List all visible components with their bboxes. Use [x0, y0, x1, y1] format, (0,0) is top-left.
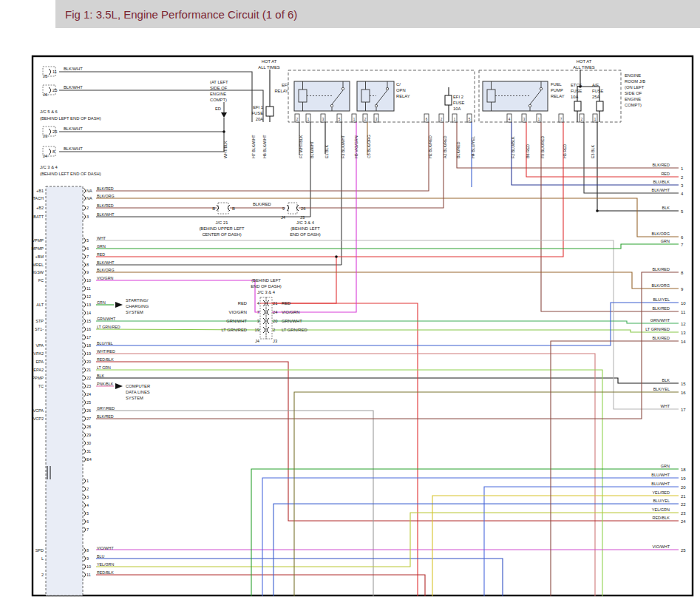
ecm-pin-number: 2 — [86, 487, 89, 491]
pin-arc — [84, 425, 86, 430]
ecm-wire-label: RED — [97, 252, 105, 257]
ecm-wire-label: BLK/WHT — [97, 260, 115, 265]
vertical-wire-label: E3 BLK — [591, 145, 595, 158]
ecm-pin-label: +B2 — [36, 206, 44, 210]
ecm-pin-number: 2 — [86, 206, 89, 210]
vertical-wire-label: H7 BLK/WHT — [251, 134, 256, 158]
right-pin-label: BLU/YEL — [653, 499, 670, 503]
ecm-wire-label: BLK/RED — [97, 186, 114, 191]
diagram-label: RED — [282, 301, 290, 306]
ecm-pin-label: SPD — [35, 548, 44, 553]
diagram-label: FUSE — [252, 111, 264, 115]
relay-contact — [375, 104, 377, 107]
right-pin-label: RED/BLK — [652, 516, 670, 520]
ecm-pin-number: 11 — [86, 573, 91, 577]
wire — [272, 330, 679, 332]
wire — [484, 487, 679, 596]
figure-title-bar: Fig 1: 3.5L, Engine Performance Circuit … — [55, 0, 700, 28]
diagram-label: 4 — [257, 301, 260, 306]
ecm-pin-number: 9 — [86, 270, 89, 274]
pin-arc — [84, 286, 86, 291]
ecm-connector — [46, 186, 83, 596]
ecm-wire-label: RED/BLK — [97, 357, 114, 362]
ecm-pin-label: ALT — [36, 303, 44, 307]
diagram-label: BLK/RED — [253, 202, 271, 206]
diagram-label: J3 — [300, 215, 305, 220]
ecm-pin-number: 10 — [86, 278, 91, 283]
wire — [432, 496, 679, 596]
diagram-label: GRN/WHT — [282, 319, 302, 323]
pin-arc — [84, 548, 86, 553]
ecm-pin-label: L — [41, 556, 44, 561]
diagram-label: (BEHIND LEFT END OF DASH) — [40, 172, 101, 176]
pin-arc — [263, 318, 265, 324]
diagram-label: STARTING/ — [126, 298, 149, 303]
ecm-wire-label: WHT/RED — [97, 349, 115, 354]
pin-arc — [84, 335, 86, 340]
right-pin-number: 8 — [681, 271, 684, 275]
diagram-label: RED — [238, 301, 247, 306]
diagram-label: ENGINE — [625, 97, 641, 101]
pin-arc — [267, 327, 269, 333]
diagram-label: GRN/WHT — [226, 319, 247, 323]
right-pin-number: 18 — [681, 468, 686, 472]
ecm-pin-number: NA — [86, 196, 92, 200]
ecm-pin-number: 28 — [86, 425, 91, 429]
junction-dot — [596, 209, 599, 212]
diagram-label: C/ — [396, 82, 401, 87]
diagram-label: BLK/WHT — [64, 85, 83, 90]
diagram-label: A/F — [592, 83, 599, 87]
vertical-wire-label: H5 VIO/GRN — [354, 135, 359, 158]
diagram-label: 25A — [592, 95, 599, 99]
right-pin-number: 5 — [681, 209, 684, 214]
ecm-pin-number: 5 — [86, 511, 89, 516]
pin-arc — [84, 457, 86, 462]
ground-symbol — [221, 112, 227, 118]
pin-arc — [84, 376, 86, 381]
ecm-pin-label: VPMP — [32, 238, 44, 243]
diagram-label: (BEHIND LEFT — [251, 278, 281, 283]
ecm-wire-label: RED/BLK — [97, 570, 114, 575]
ecm-pin-number: 7 — [86, 527, 89, 532]
right-pin-number: 21 — [681, 494, 686, 499]
ecm-wire-label: BLK/WHT — [97, 212, 115, 217]
ecm-pin-label: MPMP — [32, 246, 44, 251]
pin-arc — [84, 189, 86, 194]
ecm-pin-label: EPA — [35, 360, 44, 364]
right-pin-label: BLU/WHT — [651, 473, 670, 477]
right-pin-label: YEL/RED — [652, 490, 670, 495]
diagram-label: LT GRN/RED — [282, 328, 307, 332]
right-pin-label: BLU/YEL — [653, 297, 670, 302]
pin-arc — [84, 196, 86, 201]
junction-dot — [335, 255, 338, 258]
diagram-label: FUSE — [592, 89, 604, 93]
diagram-label: ED — [215, 107, 221, 111]
pin-arc — [84, 408, 86, 414]
ecm-wire-label: VIO/GRN — [97, 276, 114, 280]
ecm-pin-number: 31 — [86, 449, 91, 453]
ecm-pin-number: 5 — [86, 238, 89, 243]
right-pin-number: 17 — [681, 408, 686, 412]
diagram-label: J3 — [43, 134, 47, 138]
diagram-label: 21 — [273, 301, 277, 306]
pin-arc — [84, 278, 86, 283]
ecm-pin-number: 3 — [86, 215, 89, 219]
ecm-pin-number: 8 — [86, 548, 89, 553]
diagram-label: J4 — [43, 154, 48, 158]
right-pin-label: GRN — [661, 464, 670, 468]
pin-arc — [84, 449, 86, 454]
pin-arc — [49, 87, 51, 93]
ecm-pin-number: 8 — [86, 263, 89, 267]
diagram-label: 11 — [52, 70, 57, 74]
vertical-wire-label: F2 BLU/BLK — [511, 136, 515, 158]
right-pin-number: 3 — [681, 183, 684, 188]
diagram-label: FUEL — [551, 82, 563, 87]
diagram-label: LT GRN/RED — [221, 328, 247, 332]
right-pin-number: 24 — [681, 519, 686, 524]
ecm-pin-number: 1 — [86, 479, 89, 483]
right-pin-label: BLK — [662, 378, 670, 382]
pin-arc — [49, 69, 51, 75]
ecm-pin-label: VPA — [35, 343, 44, 348]
ecm-pin-label: VCP2 — [33, 416, 44, 421]
diagram-label: COMPT) — [210, 98, 227, 102]
